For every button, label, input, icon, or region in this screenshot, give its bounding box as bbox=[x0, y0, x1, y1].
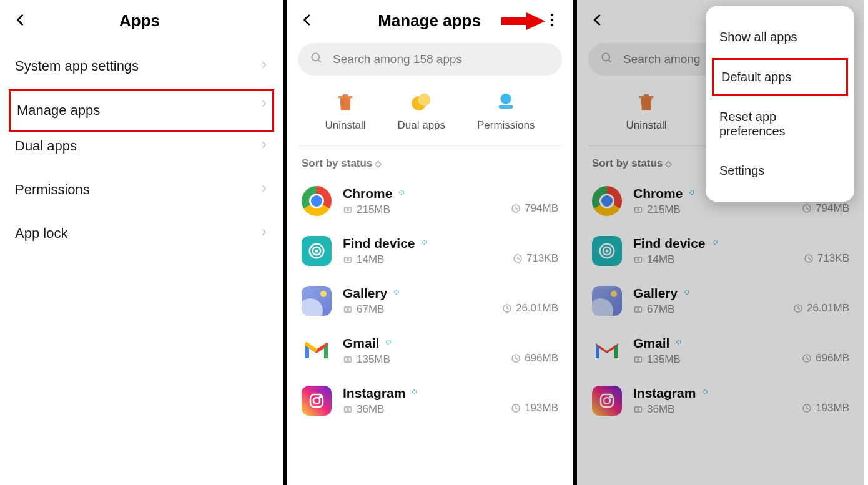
sort-selector[interactable]: Sort by status◇ bbox=[287, 146, 573, 176]
svg-point-62 bbox=[638, 409, 639, 411]
status-dot-icon bbox=[397, 188, 406, 199]
app-name: Chrome bbox=[343, 186, 392, 201]
menu-default-apps[interactable]: Default apps bbox=[712, 58, 848, 96]
gallery-icon bbox=[302, 286, 332, 316]
app-row-find-device[interactable]: Find device14MB 713KB bbox=[588, 226, 853, 276]
svg-point-32 bbox=[413, 390, 417, 394]
svg-point-1 bbox=[551, 13, 554, 16]
row-dual-apps[interactable]: Dual apps bbox=[0, 124, 283, 168]
app-storage: 36MB bbox=[357, 403, 384, 416]
app-name: Instagram bbox=[343, 386, 405, 401]
status-dot-icon bbox=[683, 288, 691, 299]
row-permissions[interactable]: Permissions bbox=[0, 168, 283, 212]
svg-rect-11 bbox=[345, 207, 352, 212]
menu-settings[interactable]: Settings bbox=[706, 151, 854, 190]
svg-point-21 bbox=[395, 290, 398, 294]
status-dot-icon bbox=[384, 338, 393, 349]
sort-label: Sort by status bbox=[302, 157, 372, 169]
search-input[interactable] bbox=[333, 52, 550, 66]
app-row-gallery[interactable]: Gallery67MB 26.01MB bbox=[588, 276, 853, 326]
chrome-icon bbox=[302, 186, 332, 216]
app-info: Gallery 67MB bbox=[343, 286, 491, 316]
action-uninstall[interactable]: Uninstall bbox=[325, 92, 365, 132]
app-row-gallery[interactable]: Gallery 67MB 26.01MB bbox=[298, 276, 562, 326]
app-usage-label: 696MB bbox=[525, 352, 558, 365]
chevron-right-icon bbox=[260, 59, 268, 73]
menu-show-all-apps[interactable]: Show all apps bbox=[706, 17, 854, 57]
chevron-right-icon bbox=[260, 227, 268, 240]
svg-point-10 bbox=[400, 190, 403, 194]
page-title: Apps bbox=[27, 11, 252, 31]
status-dot-icon bbox=[420, 238, 429, 249]
svg-point-45 bbox=[713, 240, 717, 244]
svg-rect-46 bbox=[635, 257, 642, 262]
svg-point-4 bbox=[312, 54, 320, 61]
svg-point-53 bbox=[677, 340, 681, 344]
row-system-app-settings[interactable]: System app settings bbox=[0, 44, 283, 88]
back-icon[interactable] bbox=[591, 13, 604, 29]
row-label: Manage apps bbox=[17, 102, 100, 119]
app-usage: 696MB bbox=[511, 352, 558, 365]
overflow-menu: Show all apps Default apps Reset app pre… bbox=[706, 6, 854, 202]
status-dot-icon bbox=[392, 288, 401, 299]
svg-point-19 bbox=[347, 259, 349, 261]
app-usage-label: 26.01MB bbox=[516, 302, 558, 315]
svg-rect-39 bbox=[635, 207, 642, 212]
svg-point-58 bbox=[604, 398, 610, 404]
action-permissions[interactable]: Permissions bbox=[477, 92, 535, 132]
svg-point-51 bbox=[638, 309, 639, 311]
app-name: Chrome bbox=[633, 186, 683, 201]
app-usage-label: 794MB bbox=[525, 202, 558, 215]
instagram-icon bbox=[302, 386, 332, 416]
status-dot-icon bbox=[674, 338, 683, 349]
sort-icon: ◇ bbox=[665, 159, 672, 169]
search-field[interactable] bbox=[298, 43, 562, 76]
search-icon bbox=[310, 52, 323, 67]
app-storage: 14MB bbox=[647, 253, 674, 266]
svg-rect-22 bbox=[345, 307, 352, 312]
app-row-gmail[interactable]: Gmail 135MB 696MB bbox=[298, 326, 562, 376]
find-device-icon bbox=[592, 236, 622, 266]
back-icon[interactable] bbox=[300, 13, 314, 29]
svg-point-47 bbox=[638, 259, 639, 261]
instagram-icon bbox=[592, 386, 622, 416]
app-list: Chrome215MB 794MB Find device14MB 713KB … bbox=[577, 176, 864, 426]
svg-rect-26 bbox=[345, 357, 352, 362]
svg-point-40 bbox=[638, 209, 639, 211]
status-dot-icon bbox=[711, 238, 719, 249]
app-row-instagram[interactable]: Instagram 36MB 193MB bbox=[298, 376, 562, 426]
app-row-instagram[interactable]: Instagram36MB 193MB bbox=[588, 376, 853, 426]
more-icon[interactable] bbox=[545, 13, 560, 29]
app-row-find-device[interactable]: Find device 14MB 713KB bbox=[298, 226, 562, 276]
row-app-lock[interactable]: App lock bbox=[0, 212, 283, 255]
action-dual-apps[interactable]: Dual apps bbox=[398, 92, 446, 132]
back-icon[interactable] bbox=[14, 13, 27, 29]
app-usage: 713KB bbox=[513, 252, 558, 265]
app-usage-label: 193MB bbox=[816, 402, 849, 414]
panel-apps: Apps System app settings Manage apps Dua… bbox=[0, 0, 287, 485]
svg-rect-33 bbox=[345, 407, 352, 412]
gmail-icon bbox=[592, 336, 622, 366]
row-label: App lock bbox=[15, 225, 67, 242]
app-row-gmail[interactable]: Gmail135MB 696MB bbox=[588, 326, 853, 376]
action-row: Uninstall Dual apps Permissions bbox=[298, 86, 562, 146]
svg-point-23 bbox=[347, 309, 349, 311]
app-list: Chrome 215MB 794MB Find device 14MB 713K… bbox=[287, 176, 573, 426]
settings-list: System app settings Manage apps Dual app… bbox=[0, 38, 283, 262]
app-usage: 794MB bbox=[511, 202, 558, 215]
action-uninstall[interactable]: Uninstall bbox=[626, 92, 666, 132]
menu-reset-app-prefs[interactable]: Reset app preferences bbox=[706, 97, 854, 151]
app-storage: 135MB bbox=[357, 353, 390, 366]
trash-icon bbox=[335, 92, 356, 113]
svg-point-27 bbox=[347, 359, 349, 361]
app-usage-label: 794MB bbox=[816, 202, 849, 215]
app-row-chrome[interactable]: Chrome 215MB 794MB bbox=[298, 176, 562, 226]
app-usage-label: 193MB bbox=[525, 402, 558, 414]
svg-marker-0 bbox=[501, 12, 545, 30]
app-storage: 67MB bbox=[357, 303, 384, 316]
action-label: Uninstall bbox=[626, 119, 666, 132]
app-name: Gmail bbox=[343, 336, 379, 351]
app-info: Gmail 135MB bbox=[343, 336, 500, 366]
app-storage: 215MB bbox=[647, 203, 681, 216]
svg-rect-50 bbox=[635, 307, 642, 312]
